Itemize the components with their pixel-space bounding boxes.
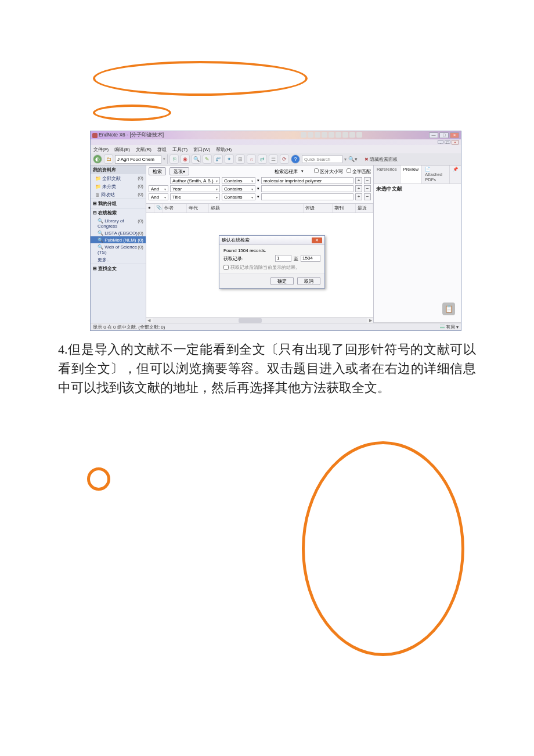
sidebar-item-trash[interactable]: 🗑 回收站 (0) <box>91 190 146 199</box>
tb-icon-10[interactable]: ☰ <box>269 154 278 164</box>
hide-panel-link[interactable]: ✖ 隐藏检索面板 <box>365 156 398 163</box>
search-dest-label: 检索远程库 <box>275 168 298 175</box>
tab-preview[interactable]: Preview <box>400 165 423 183</box>
search-button[interactable]: 检索 <box>149 167 166 175</box>
search-row: And Year Contains ▾ + − <box>149 185 371 192</box>
sidebar-item-pubmed[interactable]: 🔍 PubMed (NLM) (0) <box>91 236 146 243</box>
op-select[interactable]: Contains <box>222 177 255 184</box>
field-select[interactable]: Title <box>170 193 220 200</box>
sidebar-item-wos[interactable]: 🔍 Web of Science (TS) (0) <box>91 243 146 255</box>
sidebar-group-findft[interactable]: ⊟ 查找全文 <box>91 264 146 273</box>
op-select[interactable]: Contains <box>222 193 255 200</box>
field-select[interactable]: Year <box>170 185 220 192</box>
remove-row-button[interactable]: − <box>364 185 371 192</box>
globe-icon[interactable]: ◐ <box>93 154 102 164</box>
tb-icon-2[interactable]: ◉ <box>181 154 190 164</box>
col-last[interactable]: 最近 <box>356 204 373 213</box>
sidebar-item-more[interactable]: 更多... <box>91 255 146 264</box>
cancel-button[interactable]: 取消 <box>297 277 320 285</box>
add-row-button[interactable]: + <box>355 177 362 184</box>
tray-icon[interactable] <box>342 132 348 138</box>
from-input[interactable]: 1 <box>275 255 291 262</box>
menu-file[interactable]: 文件(F) <box>93 146 109 153</box>
tb-icon-5[interactable]: ⮳ <box>214 154 223 164</box>
to-input[interactable]: 1504 <box>301 255 320 262</box>
tray-icon[interactable] <box>315 132 320 138</box>
col-title[interactable]: 标题 <box>209 204 304 213</box>
search-value-input[interactable] <box>261 185 353 192</box>
op-select[interactable]: Contains <box>222 185 255 192</box>
right-tabs: Reference Preview 📄Attached PDFs 📌 <box>374 165 461 184</box>
tab-reference[interactable]: Reference <box>374 165 400 183</box>
tray-icon[interactable] <box>308 132 313 138</box>
sidebar-header: 我的资料库 <box>91 165 146 174</box>
tray-icon[interactable] <box>335 132 341 138</box>
remove-row-button[interactable]: − <box>364 177 371 184</box>
tb-icon-9[interactable]: ⇄ <box>258 154 267 164</box>
add-row-button[interactable]: + <box>355 185 362 192</box>
remove-row-button[interactable]: − <box>364 193 371 200</box>
style-select[interactable]: J Agri Food Chem <box>115 155 161 164</box>
statusbar: 显示 0 在 0 组中文献. (全部文献: 0) ▤ 有局 ▾ <box>91 323 461 330</box>
sidebar-item-loc[interactable]: 🔍 Library of Congress (0) <box>91 217 146 229</box>
maximize-button[interactable]: □ <box>439 132 449 138</box>
tray-icon[interactable] <box>301 132 306 138</box>
horizontal-scrollbar[interactable]: ◀ ▶ <box>146 317 373 323</box>
bool-select[interactable]: And <box>149 193 168 200</box>
menu-ref[interactable]: 文献(R) <box>136 146 151 153</box>
mdi-close[interactable]: × <box>452 140 459 145</box>
quick-search-input[interactable]: Quick Search <box>302 155 342 163</box>
field-select[interactable]: Author (Smith, A.B.) <box>170 177 220 184</box>
col-read[interactable]: ● <box>146 204 154 213</box>
col-rating[interactable]: 评级 <box>304 204 333 213</box>
col-attach[interactable]: 📎 <box>154 204 163 213</box>
sidebar-item-lista[interactable]: 🔍 LISTA (EBSCO) (0) <box>91 229 146 236</box>
add-row-button[interactable]: + <box>355 193 362 200</box>
menu-window[interactable]: 窗口(W) <box>193 146 210 153</box>
tray-icon[interactable] <box>329 132 334 138</box>
tab-pdf[interactable]: 📄Attached PDFs <box>422 165 450 183</box>
sidebar-item-unfiled[interactable]: 📁 未分类 (0) <box>91 182 146 190</box>
tb-icon-1[interactable]: ⎘ <box>169 154 179 164</box>
mdi-max[interactable]: □ <box>445 140 450 144</box>
sidebar-item-all[interactable]: 📁 全部文献 (0) <box>91 174 146 182</box>
tray-icon[interactable] <box>322 132 327 138</box>
col-year[interactable]: 年代 <box>187 204 209 213</box>
tb-icon-7[interactable]: ⊞ <box>236 154 245 164</box>
menu-edit[interactable]: 编辑(E) <box>114 146 130 153</box>
col-journal[interactable]: 期刊 <box>333 204 356 213</box>
tb-icon-11[interactable]: ⟳ <box>280 154 289 164</box>
pin-icon[interactable]: 📌 <box>450 165 461 183</box>
sidebar-group-online[interactable]: ⊟ 在线检索 <box>91 208 146 217</box>
tray-icon[interactable] <box>356 132 362 138</box>
menu-group[interactable]: 群组 <box>157 146 167 153</box>
dialog-close-button[interactable]: ✕ <box>312 237 322 243</box>
folder-icon[interactable]: 🗀 <box>104 154 113 164</box>
sidebar-item-label: 🔍 PubMed (NLM) <box>98 237 136 243</box>
help-icon[interactable]: ? <box>291 154 300 164</box>
search-value-input[interactable]: molecular imprinted polymer <box>261 177 353 184</box>
menu-help[interactable]: 帮助(H) <box>216 146 232 153</box>
sidebar-group-mygroups[interactable]: ⊟ 我的分组 <box>91 199 146 208</box>
ok-button[interactable]: 确定 <box>270 277 294 285</box>
search-icon[interactable]: 🔍 <box>192 154 201 164</box>
minimize-button[interactable]: — <box>429 132 438 138</box>
bool-select[interactable]: And <box>149 185 168 192</box>
tb-icon-4[interactable]: ✎ <box>203 154 212 164</box>
window-title: EndNote X6 - [分子印迹技术] <box>99 132 164 139</box>
word-checkbox[interactable]: 全字匹配 <box>347 168 371 175</box>
search-value-input[interactable] <box>261 193 353 200</box>
menu-tools[interactable]: 工具(T) <box>172 146 187 153</box>
mdi-min[interactable]: - <box>438 140 443 144</box>
options-button[interactable]: 选项 ▾ <box>169 167 189 175</box>
clear-checkbox[interactable]: 获取记录后清除当前显示的结果。 <box>223 264 320 271</box>
close-button[interactable]: × <box>450 132 459 138</box>
tb-icon-6[interactable]: ✦ <box>225 154 234 164</box>
sidebar-item-count: (0) <box>138 183 143 190</box>
scrollbar-thumb[interactable] <box>239 318 262 323</box>
case-checkbox[interactable]: 区分大小写 <box>314 168 343 175</box>
tb-icon-8[interactable]: ⎌ <box>247 154 256 164</box>
tray-icon[interactable] <box>349 132 355 138</box>
col-author[interactable]: 作者 <box>163 204 187 213</box>
drop-icon: 📋 <box>442 303 455 315</box>
